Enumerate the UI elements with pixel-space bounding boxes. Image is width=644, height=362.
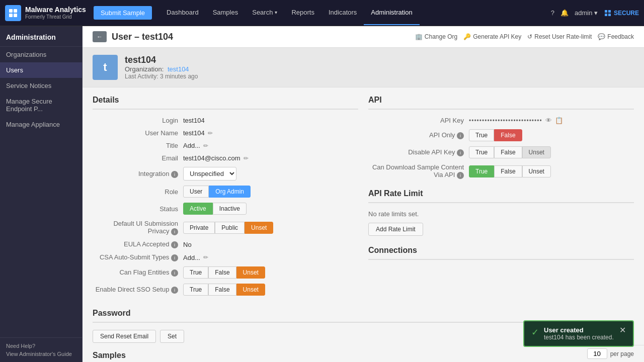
set-password-btn[interactable]: Set — [160, 330, 184, 343]
nav-indicators[interactable]: Indicators — [321, 1, 364, 25]
flag-false-btn[interactable]: False — [208, 266, 236, 279]
nav-samples[interactable]: Samples — [206, 1, 246, 25]
pagination-bar: per page — [577, 345, 644, 362]
login-value: test104 — [183, 117, 205, 124]
field-csa: CSA Auto-Submit Types i Add... ✏ — [93, 253, 358, 261]
sidebar-item-organizations[interactable]: Organizations — [0, 47, 82, 62]
download-info[interactable]: i — [457, 172, 464, 179]
org-link[interactable]: test104 — [168, 65, 189, 73]
toast-close-btn[interactable]: ✕ — [619, 326, 626, 334]
sidebar-item-service-notices[interactable]: Service Notices — [0, 78, 82, 94]
need-help-link[interactable]: Need Help? — [6, 343, 76, 349]
privacy-private-btn[interactable]: Private — [183, 222, 215, 234]
toast-title: User created — [544, 326, 614, 334]
submit-sample-button[interactable]: Submit Sample — [94, 6, 152, 20]
role-user-btn[interactable]: User — [183, 186, 209, 198]
email-value: test104@cisco.com — [183, 154, 240, 162]
nav-search[interactable]: Search ▾ — [245, 1, 284, 25]
download-true-btn[interactable]: True — [469, 165, 494, 177]
user-activity: Last Activity: 3 minutes ago — [125, 73, 198, 80]
sidebar-item-secure-endpoint[interactable]: Manage Secure Endpoint P... — [0, 94, 82, 117]
send-reset-email-btn[interactable]: Send Reset Email — [93, 330, 156, 343]
field-username: User Name test104 ✏ — [93, 129, 358, 137]
csa-edit-icon[interactable]: ✏ — [203, 254, 208, 261]
admin-menu[interactable]: admin ▾ — [575, 9, 598, 17]
field-can-flag: Can Flag Entities i True False Unset — [93, 266, 358, 279]
content-header: ← User – test104 🏢 Change Org 🔑 Generate… — [83, 26, 644, 48]
admin-guide-link[interactable]: View Administrator's Guide — [6, 351, 76, 357]
download-unset-btn[interactable]: Unset — [522, 165, 551, 177]
toast-body: test104 has been created. — [544, 334, 614, 341]
email-edit-icon[interactable]: ✏ — [244, 155, 249, 162]
status-active-btn[interactable]: Active — [183, 203, 213, 215]
flag-info[interactable]: i — [171, 269, 178, 277]
disable-api-button-group: True False Unset — [469, 146, 551, 158]
status-inactive-btn[interactable]: Inactive — [213, 203, 247, 215]
generate-api-key-link[interactable]: 🔑 Generate API Key — [463, 33, 521, 40]
api-rate-limit-section: API Rate Limit No rate limits set. Add R… — [368, 189, 634, 236]
notifications-button[interactable]: 🔔 — [560, 9, 569, 17]
user-info: test104 Organization: test104 Last Activ… — [125, 55, 198, 80]
api-key-copy-icon[interactable]: 📋 — [555, 117, 563, 124]
title-edit-icon[interactable]: ✏ — [203, 142, 208, 149]
sso-unset-btn[interactable]: Unset — [236, 284, 265, 296]
flag-true-btn[interactable]: True — [183, 266, 208, 279]
back-button[interactable]: ← — [93, 31, 107, 42]
samples-title: Samples — [93, 351, 634, 360]
brand-sub: Formerly Threat Grid — [25, 14, 86, 20]
help-button[interactable]: ? — [551, 9, 554, 17]
disable-api-info[interactable]: i — [457, 149, 464, 156]
title-value: Add... — [183, 142, 200, 149]
svg-rect-5 — [608, 10, 611, 13]
privacy-unset-btn[interactable]: Unset — [245, 222, 273, 234]
flag-unset-btn[interactable]: Unset — [236, 266, 265, 279]
disable-api-false-btn[interactable]: False — [494, 146, 522, 158]
sso-info[interactable]: i — [171, 287, 178, 294]
privacy-info[interactable]: i — [171, 228, 178, 235]
api-key-show-icon[interactable]: 👁 — [545, 117, 552, 124]
role-org-admin-btn[interactable]: Org Admin — [209, 186, 251, 198]
integration-dropdown[interactable]: Unspecified — [183, 167, 236, 180]
per-page-input[interactable] — [587, 348, 607, 359]
api-only-false-btn[interactable]: False — [494, 129, 522, 141]
eula-info[interactable]: i — [171, 241, 178, 248]
sidebar-item-users[interactable]: Users — [0, 62, 82, 78]
sidebar-item-manage-appliance[interactable]: Manage Appliance — [0, 117, 82, 132]
field-submission-privacy: Default UI Submission Privacy i Private … — [93, 220, 358, 235]
privacy-public-btn[interactable]: Public — [215, 222, 245, 234]
integration-info[interactable]: i — [171, 171, 178, 178]
svg-rect-4 — [605, 10, 607, 13]
nav-dashboard[interactable]: Dashboard — [159, 1, 206, 25]
api-only-true-btn[interactable]: True — [469, 129, 494, 141]
add-rate-limit-btn[interactable]: Add Rate Limit — [368, 223, 423, 236]
api-key-value: •••••••••••••••••••••••••••• — [469, 117, 542, 124]
sidebar-title: Administration — [0, 26, 82, 47]
disable-api-unset-btn[interactable]: Unset — [522, 146, 551, 158]
logo-area: Malware Analytics Formerly Threat Grid — [5, 5, 86, 21]
samples-section: Samples 📅 — [83, 351, 644, 362]
brand-name: Malware Analytics — [25, 6, 86, 14]
per-page-label: per page — [610, 350, 634, 357]
change-org-link[interactable]: 🏢 Change Org — [415, 33, 457, 40]
header-actions: 🏢 Change Org 🔑 Generate API Key ↺ Reset … — [415, 33, 634, 40]
sso-true-btn[interactable]: True — [183, 284, 208, 296]
reset-rate-limit-link[interactable]: ↺ Reset User Rate-limit — [527, 33, 592, 40]
nav-reports[interactable]: Reports — [284, 1, 321, 25]
api-section-title: API — [368, 96, 634, 110]
csa-info[interactable]: i — [171, 254, 178, 261]
api-only-info[interactable]: i — [457, 132, 464, 139]
nav-administration[interactable]: Administration — [364, 1, 419, 25]
feedback-link[interactable]: 💬 Feedback — [598, 33, 634, 40]
username-edit-icon[interactable]: ✏ — [208, 130, 213, 137]
field-status: Status Active Inactive — [93, 203, 358, 215]
download-false-btn[interactable]: False — [494, 165, 522, 177]
field-api-only: API Only i True False — [368, 129, 634, 141]
sso-false-btn[interactable]: False — [208, 284, 236, 296]
field-integration: Integration i Unspecified — [93, 167, 358, 180]
svg-rect-2 — [9, 14, 13, 17]
disable-api-true-btn[interactable]: True — [469, 146, 494, 158]
logo-text: Malware Analytics Formerly Threat Grid — [25, 6, 86, 20]
field-role: Role User Org Admin — [93, 186, 358, 198]
privacy-button-group: Private Public Unset — [183, 222, 273, 234]
toast-content: User created test104 has been created. — [544, 326, 614, 341]
